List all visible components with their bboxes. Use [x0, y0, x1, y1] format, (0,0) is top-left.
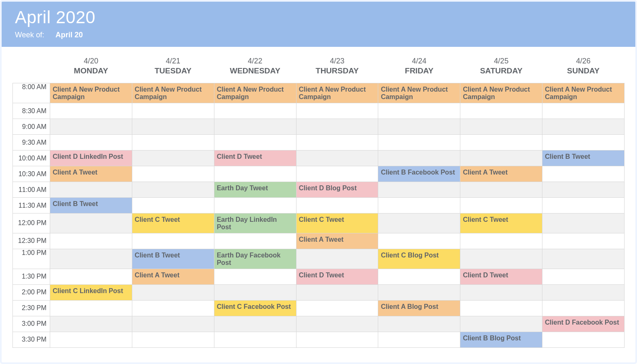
- cell[interactable]: Client B Facebook Post: [378, 166, 460, 182]
- cell[interactable]: Client A Tweet: [50, 166, 132, 182]
- cell[interactable]: [132, 166, 214, 182]
- event[interactable]: Client B Tweet: [132, 249, 214, 269]
- cell[interactable]: [378, 233, 460, 249]
- event[interactable]: Client D Blog Post: [297, 182, 378, 197]
- cell[interactable]: [460, 198, 542, 214]
- event[interactable]: Client C Tweet: [297, 214, 378, 233]
- cell[interactable]: Client B Tweet: [542, 150, 625, 166]
- cell[interactable]: [296, 166, 378, 182]
- cell[interactable]: Earth Day Tweet: [214, 182, 296, 198]
- event[interactable]: Earth Day Facebook Post: [214, 249, 296, 269]
- cell[interactable]: [296, 332, 378, 347]
- cell[interactable]: [214, 166, 296, 182]
- cell[interactable]: Client C LinkedIn Post: [50, 284, 132, 300]
- cell[interactable]: [296, 103, 378, 119]
- cell[interactable]: Client B Tweet: [132, 249, 214, 269]
- event-campaign[interactable]: Client A New Product Campaign: [214, 83, 296, 103]
- cell[interactable]: Client A Blog Post: [378, 300, 460, 316]
- cell[interactable]: [542, 119, 625, 135]
- cell[interactable]: Client C Tweet: [460, 214, 542, 233]
- event[interactable]: Client D Tweet: [214, 150, 296, 166]
- cell[interactable]: Client B Tweet: [50, 198, 132, 214]
- cell[interactable]: [460, 233, 542, 249]
- cell[interactable]: [50, 103, 132, 119]
- cell[interactable]: [542, 182, 625, 198]
- cell[interactable]: [460, 150, 542, 166]
- cell[interactable]: [214, 233, 296, 249]
- cell[interactable]: [378, 135, 460, 150]
- cell[interactable]: [296, 135, 378, 150]
- cell[interactable]: [542, 135, 625, 150]
- event[interactable]: Client D Tweet: [297, 269, 378, 284]
- cell[interactable]: Client A Tweet: [132, 269, 214, 284]
- cell[interactable]: [214, 316, 296, 332]
- cell[interactable]: [460, 249, 542, 269]
- event[interactable]: Client A Tweet: [297, 233, 378, 249]
- cell[interactable]: [132, 300, 214, 316]
- cell[interactable]: [50, 300, 132, 316]
- cell[interactable]: Client D Facebook Post: [542, 316, 625, 332]
- cell[interactable]: Client C Tweet: [296, 214, 378, 233]
- cell[interactable]: Client A New Product Campaign: [296, 83, 378, 103]
- cell[interactable]: Client A New Product Campaign: [50, 83, 132, 103]
- cell[interactable]: [214, 332, 296, 347]
- cell[interactable]: Client C Blog Post: [378, 249, 460, 269]
- cell[interactable]: [296, 198, 378, 214]
- event[interactable]: Client B Tweet: [542, 150, 624, 166]
- cell[interactable]: [296, 249, 378, 269]
- event-campaign[interactable]: Client A New Product Campaign: [50, 83, 132, 103]
- cell[interactable]: [296, 150, 378, 166]
- event[interactable]: Earth Day Tweet: [214, 182, 296, 197]
- event-campaign[interactable]: Client A New Product Campaign: [460, 83, 542, 103]
- cell[interactable]: [542, 233, 625, 249]
- cell[interactable]: [132, 150, 214, 166]
- cell[interactable]: Client B Blog Post: [460, 332, 542, 347]
- cell[interactable]: [214, 119, 296, 135]
- cell[interactable]: [296, 300, 378, 316]
- cell[interactable]: [460, 182, 542, 198]
- cell[interactable]: Client A New Product Campaign: [214, 83, 296, 103]
- event[interactable]: Client C Tweet: [460, 214, 542, 233]
- cell[interactable]: [378, 269, 460, 284]
- cell[interactable]: [132, 316, 214, 332]
- cell[interactable]: [542, 249, 625, 269]
- cell[interactable]: [542, 166, 625, 182]
- cell[interactable]: [460, 284, 542, 300]
- cell[interactable]: [50, 269, 132, 284]
- cell[interactable]: [132, 135, 214, 150]
- cell[interactable]: [132, 198, 214, 214]
- cell[interactable]: [460, 103, 542, 119]
- cell[interactable]: [378, 316, 460, 332]
- cell[interactable]: Client D LinkedIn Post: [50, 150, 132, 166]
- cell[interactable]: [50, 214, 132, 233]
- cell[interactable]: [378, 182, 460, 198]
- cell[interactable]: [542, 332, 625, 347]
- event[interactable]: Client C Tweet: [132, 214, 214, 233]
- cell[interactable]: [50, 182, 132, 198]
- cell[interactable]: [296, 119, 378, 135]
- cell[interactable]: [214, 269, 296, 284]
- event-campaign[interactable]: Client A New Product Campaign: [542, 83, 624, 103]
- event[interactable]: Client C Facebook Post: [214, 301, 296, 316]
- event[interactable]: Client C LinkedIn Post: [50, 285, 132, 300]
- cell[interactable]: Client A New Product Campaign: [132, 83, 214, 103]
- cell[interactable]: [296, 284, 378, 300]
- cell[interactable]: [214, 135, 296, 150]
- cell[interactable]: [378, 119, 460, 135]
- cell[interactable]: Client D Tweet: [296, 269, 378, 284]
- event[interactable]: Client D LinkedIn Post: [50, 150, 132, 166]
- event[interactable]: Client D Tweet: [460, 269, 542, 284]
- cell[interactable]: Client D Tweet: [460, 269, 542, 284]
- event[interactable]: Client B Facebook Post: [378, 166, 460, 182]
- cell[interactable]: [50, 119, 132, 135]
- event[interactable]: Client A Blog Post: [378, 301, 460, 316]
- event[interactable]: Client A Tweet: [50, 166, 132, 182]
- cell[interactable]: [460, 119, 542, 135]
- event-campaign[interactable]: Client A New Product Campaign: [297, 83, 378, 103]
- cell[interactable]: [378, 214, 460, 233]
- cell[interactable]: [542, 198, 625, 214]
- event[interactable]: Client A Tweet: [132, 269, 214, 284]
- cell[interactable]: Earth Day Facebook Post: [214, 249, 296, 269]
- event[interactable]: Client C Blog Post: [378, 249, 460, 269]
- cell[interactable]: Client C Facebook Post: [214, 300, 296, 316]
